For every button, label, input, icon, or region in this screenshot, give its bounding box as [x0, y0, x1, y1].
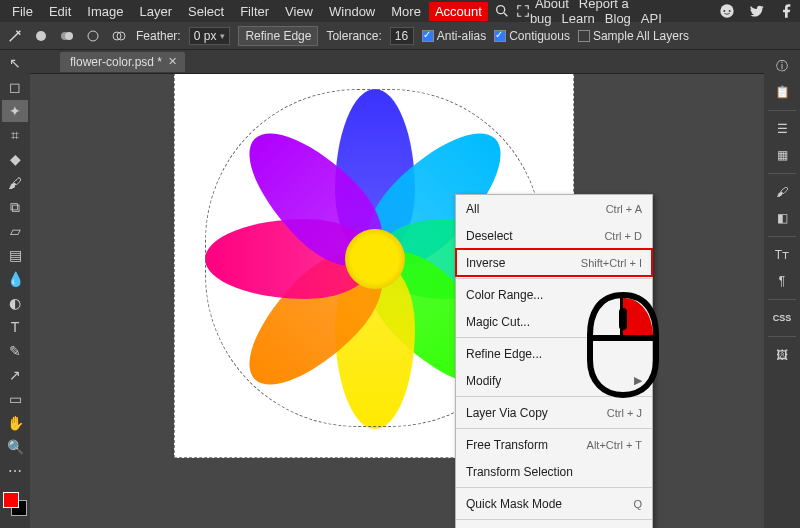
menu-window[interactable]: Window — [321, 2, 383, 21]
tool-brush[interactable]: 🖌 — [2, 172, 28, 194]
menu-edit[interactable]: Edit — [41, 2, 79, 21]
menu-filter[interactable]: Filter — [232, 2, 277, 21]
panel-info-icon[interactable]: ⓘ — [768, 54, 796, 78]
tool-zoom[interactable]: 🔍 — [2, 436, 28, 458]
tool-more[interactable]: ⋯ — [2, 460, 28, 482]
tool-blur[interactable]: 💧 — [2, 268, 28, 290]
svg-point-2 — [720, 4, 733, 17]
menu-separator — [456, 519, 652, 520]
ctx-quick-mask-mode[interactable]: Quick Mask ModeQ — [456, 490, 652, 517]
color-swatches[interactable] — [1, 490, 29, 518]
antialias-checkbox[interactable]: Anti-alias — [422, 29, 486, 43]
tool-eraser[interactable]: ▱ — [2, 220, 28, 242]
ctx-save-selection[interactable]: Save Selection — [456, 522, 652, 528]
ctx-shortcut: Ctrl + J — [607, 407, 642, 419]
link-about[interactable]: About — [530, 0, 574, 11]
fullscreen-icon[interactable] — [516, 2, 530, 20]
panel-adjust-icon[interactable]: ☰ — [768, 117, 796, 141]
search-icon[interactable] — [494, 2, 510, 20]
menu-bar: FileEditImageLayerSelectFilterViewWindow… — [0, 0, 800, 22]
sel-new-icon[interactable] — [32, 27, 50, 45]
panel-css-icon[interactable]: CSS — [768, 306, 796, 330]
reddit-icon[interactable] — [718, 2, 736, 20]
panel-paragraph-icon[interactable]: ¶ — [768, 269, 796, 293]
ctx-transform-selection[interactable]: Transform Selection — [456, 458, 652, 485]
ctx-inverse[interactable]: InverseShift+Ctrl + I — [456, 249, 652, 276]
contiguous-checkbox[interactable]: Contiguous — [494, 29, 570, 43]
tool-hand[interactable]: ✋ — [2, 412, 28, 434]
menu-separator — [456, 428, 652, 429]
menu-separator — [456, 278, 652, 279]
tolerance-input[interactable]: 16 — [390, 27, 414, 45]
twitter-icon[interactable] — [748, 2, 766, 20]
ctx-label: Deselect — [466, 229, 513, 243]
sel-sub-icon[interactable] — [84, 27, 102, 45]
tab-label: flower-color.psd * — [70, 55, 162, 69]
tool-crop[interactable]: ⌗ — [2, 124, 28, 146]
close-icon[interactable]: ✕ — [168, 55, 177, 68]
tool-wand[interactable]: ✦ — [2, 100, 28, 122]
menu-file[interactable]: File — [4, 2, 41, 21]
tolerance-label: Tolerance: — [326, 29, 381, 43]
link-blog[interactable]: Blog — [600, 11, 636, 26]
menu-select[interactable]: Select — [180, 2, 232, 21]
svg-point-4 — [729, 10, 731, 12]
ctx-label: Free Transform — [466, 438, 548, 452]
toolbar-left: ↖ ◻ ✦ ⌗ ◆ 🖌 ⧉ ▱ ▤ 💧 ◐ T ✎ ↗ ▭ ✋ 🔍 ⋯ — [0, 50, 30, 528]
menu-right: AboutReport a bugLearnBlogAPI — [530, 0, 708, 26]
ctx-shortcut: Ctrl + A — [606, 203, 642, 215]
panel-right: ⓘ 📋 ☰ ▦ 🖌 ◧ Tᴛ ¶ CSS 🖼 — [764, 50, 800, 528]
refine-edge-button[interactable]: Refine Edge — [238, 26, 318, 46]
panel-history-icon[interactable]: 📋 — [768, 80, 796, 104]
sample-all-checkbox[interactable]: Sample All Layers — [578, 29, 689, 43]
ctx-label: Layer Via Copy — [466, 406, 548, 420]
panel-type-icon[interactable]: Tᴛ — [768, 243, 796, 267]
ctx-label: Color Range... — [466, 288, 543, 302]
menu-image[interactable]: Image — [79, 2, 131, 21]
ctx-deselect[interactable]: DeselectCtrl + D — [456, 222, 652, 249]
panel-brush-icon[interactable]: 🖌 — [768, 180, 796, 204]
svg-point-7 — [65, 32, 73, 40]
svg-line-1 — [504, 13, 507, 16]
tab-document[interactable]: flower-color.psd * ✕ — [60, 52, 185, 72]
tool-move[interactable]: ↖ — [2, 52, 28, 74]
svg-point-3 — [723, 10, 725, 12]
swatch-fg[interactable] — [3, 492, 19, 508]
feather-input[interactable]: 0 px▾ — [189, 27, 231, 45]
panel-image-icon[interactable]: 🖼 — [768, 343, 796, 367]
tool-dodge[interactable]: ◐ — [2, 292, 28, 314]
menu-more[interactable]: More — [383, 2, 429, 21]
wand-icon — [6, 27, 24, 45]
svg-point-0 — [497, 6, 505, 14]
tool-path[interactable]: ↗ — [2, 364, 28, 386]
svg-point-8 — [88, 31, 98, 41]
tool-shape[interactable]: ▭ — [2, 388, 28, 410]
document-tabs: flower-color.psd * ✕ — [30, 50, 764, 74]
ctx-label: Inverse — [466, 256, 505, 270]
panel-swatch-icon[interactable]: ▦ — [768, 143, 796, 167]
tool-clone[interactable]: ⧉ — [2, 196, 28, 218]
link-learn[interactable]: Learn — [557, 11, 600, 26]
sel-int-icon[interactable] — [110, 27, 128, 45]
ctx-all[interactable]: AllCtrl + A — [456, 195, 652, 222]
canvas-area[interactable] — [30, 50, 764, 528]
tool-pen[interactable]: ✎ — [2, 340, 28, 362]
tool-eyedropper[interactable]: ◆ — [2, 148, 28, 170]
tool-marquee[interactable]: ◻ — [2, 76, 28, 98]
main: ↖ ◻ ✦ ⌗ ◆ 🖌 ⧉ ▱ ▤ 💧 ◐ T ✎ ↗ ▭ ✋ 🔍 ⋯ — [0, 50, 800, 528]
feather-label: Feather: — [136, 29, 181, 43]
ctx-layer-via-copy[interactable]: Layer Via CopyCtrl + J — [456, 399, 652, 426]
mouse-right-click-illustration — [578, 290, 668, 403]
ctx-shortcut: Q — [633, 498, 642, 510]
link-api[interactable]: API — [636, 11, 667, 26]
menu-account[interactable]: Account — [429, 2, 488, 21]
facebook-icon[interactable] — [778, 2, 796, 20]
tool-gradient[interactable]: ▤ — [2, 244, 28, 266]
panel-layers-icon[interactable]: ◧ — [768, 206, 796, 230]
menu-view[interactable]: View — [277, 2, 321, 21]
sel-add-icon[interactable] — [58, 27, 76, 45]
ctx-free-transform[interactable]: Free TransformAlt+Ctrl + T — [456, 431, 652, 458]
tool-type[interactable]: T — [2, 316, 28, 338]
menu-layer[interactable]: Layer — [132, 2, 181, 21]
options-bar: Feather: 0 px▾ Refine Edge Tolerance: 16… — [0, 22, 800, 50]
